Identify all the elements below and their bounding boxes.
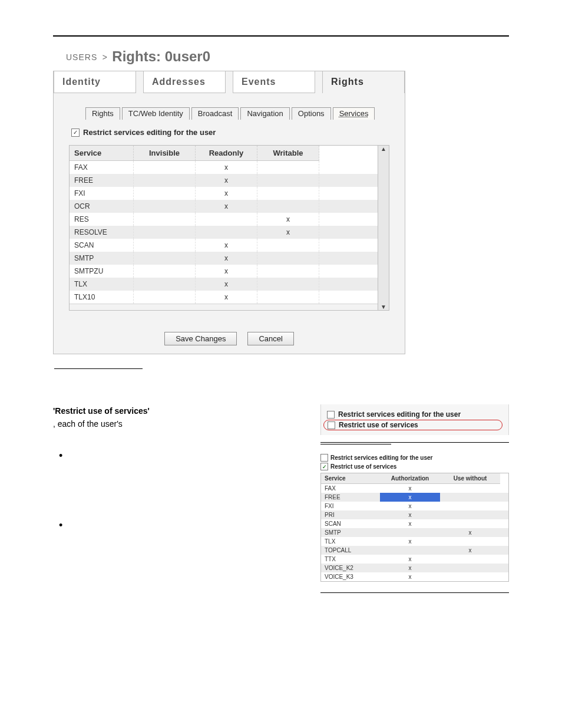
mini-cell-use[interactable]: [440, 572, 500, 581]
mini-cell-service[interactable]: VOICE_K2: [321, 564, 380, 572]
mini-cell-use[interactable]: [440, 493, 500, 502]
cell-invisible[interactable]: [134, 187, 196, 200]
mini-cell-service[interactable]: PRI: [321, 510, 380, 519]
mini-table-row[interactable]: SCANx: [321, 519, 508, 528]
mini-cell-service[interactable]: FXI: [321, 502, 380, 510]
subtab-rights[interactable]: Rights: [85, 107, 120, 120]
mini-table-row[interactable]: FXIx: [321, 502, 508, 510]
subtab-navigation[interactable]: Navigation: [240, 107, 289, 120]
mini-cell-use[interactable]: [440, 564, 500, 572]
mini-cell-service[interactable]: SCAN: [321, 519, 380, 528]
cell-readonly[interactable]: [196, 213, 257, 226]
cell-writable[interactable]: [257, 239, 319, 252]
cell-invisible[interactable]: [134, 200, 196, 213]
cell-invisible[interactable]: [134, 252, 196, 265]
mini-cell-service[interactable]: TTX: [321, 555, 380, 564]
mini-cell-use[interactable]: [440, 502, 500, 510]
mini-th-service[interactable]: Service: [321, 473, 380, 484]
mini-cell-use[interactable]: [440, 537, 500, 546]
cell-writable[interactable]: [257, 174, 319, 187]
cell-writable[interactable]: [257, 200, 319, 213]
mini-b-checkbox-1[interactable]: [320, 454, 328, 462]
cell-service[interactable]: SMTPZU: [70, 265, 134, 278]
mini-cell-service[interactable]: TLX: [321, 537, 380, 546]
th-invisible[interactable]: Invisible: [134, 146, 196, 161]
save-button[interactable]: Save Changes: [164, 332, 237, 345]
cell-invisible[interactable]: [134, 291, 196, 304]
th-service[interactable]: Service: [70, 146, 134, 161]
cell-service[interactable]: FREE: [70, 174, 134, 187]
restrict-checkbox[interactable]: ✓: [71, 129, 80, 137]
cell-service[interactable]: SCAN: [70, 239, 134, 252]
cell-service[interactable]: FXI: [70, 187, 134, 200]
cell-service[interactable]: TLX: [70, 278, 134, 291]
mini-th-auth[interactable]: Authorization: [380, 473, 440, 484]
cell-readonly[interactable]: x: [196, 291, 257, 304]
mini-table-row[interactable]: FREEx: [321, 493, 508, 502]
cell-writable[interactable]: x: [257, 213, 319, 226]
tab-events[interactable]: Events: [233, 71, 315, 93]
mini-a-checkbox-2[interactable]: [328, 421, 335, 429]
mini-table-row[interactable]: TOPCALLx: [321, 546, 508, 555]
th-readonly[interactable]: Readonly: [196, 146, 257, 161]
mini-cell-service[interactable]: SMTP: [321, 528, 380, 537]
cell-service[interactable]: RES: [70, 213, 134, 226]
cell-service[interactable]: FAX: [70, 161, 134, 174]
mini-cell-auth[interactable]: x: [380, 572, 440, 581]
table-row[interactable]: TLX10x: [70, 291, 378, 304]
tab-identity[interactable]: Identity: [54, 71, 136, 93]
cell-readonly[interactable]: x: [196, 239, 257, 252]
cell-readonly[interactable]: x: [196, 187, 257, 200]
mini-cell-auth[interactable]: x: [380, 510, 440, 519]
cell-invisible[interactable]: [134, 161, 196, 174]
th-writable[interactable]: Writable: [257, 146, 319, 161]
mini-table-row[interactable]: FAXx: [321, 484, 508, 493]
mini-cell-service[interactable]: FAX: [321, 484, 380, 493]
cell-readonly[interactable]: [196, 226, 257, 239]
cell-readonly[interactable]: x: [196, 265, 257, 278]
table-row[interactable]: TLXx: [70, 278, 378, 291]
cell-writable[interactable]: [257, 161, 319, 174]
cell-readonly[interactable]: x: [196, 278, 257, 291]
cell-invisible[interactable]: [134, 213, 196, 226]
mini-cell-use[interactable]: x: [440, 546, 500, 555]
mini-table-row[interactable]: VOICE_K3x: [321, 572, 508, 581]
cell-writable[interactable]: x: [257, 226, 319, 239]
cell-invisible[interactable]: [134, 226, 196, 239]
mini-cell-use[interactable]: [440, 510, 500, 519]
mini-cell-auth[interactable]: x: [380, 564, 440, 572]
table-row[interactable]: FXIx: [70, 187, 378, 200]
table-row[interactable]: SMTPZUx: [70, 265, 378, 278]
scroll-up-icon[interactable]: ▲: [381, 146, 386, 152]
cell-invisible[interactable]: [134, 265, 196, 278]
mini-th-use[interactable]: Use without: [440, 473, 500, 484]
table-row[interactable]: FREEx: [70, 174, 378, 187]
mini-cell-auth[interactable]: x: [380, 484, 440, 493]
cell-service[interactable]: SMTP: [70, 252, 134, 265]
table-row[interactable]: FAXx: [70, 161, 378, 174]
mini-cell-auth[interactable]: x: [380, 502, 440, 510]
mini-cell-auth[interactable]: [380, 546, 440, 555]
mini-cell-use[interactable]: [440, 484, 500, 493]
mini-cell-auth[interactable]: x: [380, 493, 440, 502]
mini-cell-auth[interactable]: x: [380, 519, 440, 528]
table-row[interactable]: RESx: [70, 213, 378, 226]
table-row[interactable]: SMTPx: [70, 252, 378, 265]
mini-table-row[interactable]: PRIx: [321, 510, 508, 519]
mini-cell-use[interactable]: [440, 519, 500, 528]
cell-service[interactable]: TLX10: [70, 291, 134, 304]
table-row[interactable]: SCANx: [70, 239, 378, 252]
scroll-down-icon[interactable]: ▼: [381, 304, 386, 310]
mini-cell-service[interactable]: TOPCALL: [321, 546, 380, 555]
mini-table-row[interactable]: TLXx: [321, 537, 508, 546]
cell-service[interactable]: OCR: [70, 200, 134, 213]
cell-writable[interactable]: [257, 187, 319, 200]
mini-cell-service[interactable]: VOICE_K3: [321, 572, 380, 581]
mini-cell-use[interactable]: x: [440, 528, 500, 537]
mini-table-row[interactable]: VOICE_K2x: [321, 564, 508, 572]
subtab-options[interactable]: Options: [292, 107, 331, 120]
cell-readonly[interactable]: x: [196, 252, 257, 265]
subtab-services[interactable]: Services: [333, 107, 375, 120]
mini-a-checkbox-1[interactable]: [327, 411, 335, 419]
mini-table-row[interactable]: TTXx: [321, 555, 508, 564]
